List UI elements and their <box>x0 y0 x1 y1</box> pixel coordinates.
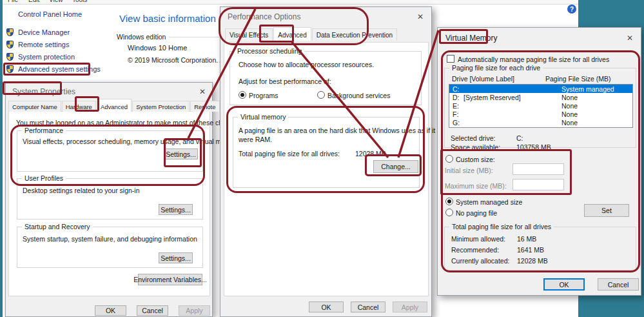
system-managed-radio[interactable] <box>445 198 453 205</box>
menu-file[interactable]: File <box>8 0 18 3</box>
drive-column-header: Drive [Volume Label] <box>452 75 514 83</box>
programs-radio-label: Programs <box>249 92 278 99</box>
drive-row[interactable]: C:System managed <box>449 85 632 93</box>
drive-cell: C: <box>449 85 463 93</box>
virtual-memory-group: Virtual memory A paging file is an area … <box>233 117 420 188</box>
po-apply-button[interactable]: Apply <box>393 302 427 312</box>
tab-remote[interactable]: Remote <box>190 101 219 112</box>
sidebar-item-control-panel-home[interactable]: Control Panel Home <box>18 10 82 18</box>
performance-group-label: Performance <box>22 127 66 134</box>
vm-cancel-button[interactable]: Cancel <box>598 278 639 291</box>
virtual-memory-dialog: Virtual Memory ✕ Automatically manage pa… <box>437 27 641 296</box>
drive-row[interactable]: E:None <box>449 101 632 110</box>
uac-shield-icon <box>6 53 14 61</box>
tab-visual-effects[interactable]: Visual Effects <box>225 28 273 41</box>
menu-view[interactable]: View <box>49 0 63 3</box>
po-tab-strip: Visual Effects Advanced Data Execution P… <box>225 27 398 41</box>
sp-ok-button[interactable]: OK <box>95 305 126 316</box>
processor-scheduling-label: Processor scheduling <box>235 47 304 55</box>
drive-cell: G: <box>449 119 463 127</box>
drive-row[interactable]: F:None <box>449 110 632 118</box>
drive-row[interactable]: G:None <box>449 118 632 127</box>
sp-cancel-button[interactable]: Cancel <box>137 305 168 316</box>
tab-computer-name[interactable]: Computer Name <box>8 101 61 112</box>
auto-manage-checkbox[interactable] <box>447 55 454 63</box>
tab-data-execution-prevention[interactable]: Data Execution Prevention <box>312 28 397 41</box>
performance-desc: Visual effects, processor scheduling, me… <box>23 138 240 145</box>
drive-cell: D: <box>449 94 463 101</box>
tab-hardware[interactable]: Hardware <box>62 101 96 112</box>
total-paging-label: Total paging file size for all drives: <box>239 150 340 158</box>
minimum-allowed-label: Minimum allowed: <box>451 235 505 243</box>
initial-size-input[interactable] <box>512 163 564 175</box>
sp-tab-strip: Computer Name Hardware Advanced System P… <box>8 99 220 112</box>
initial-size-label: Initial size (MB): <box>445 167 493 174</box>
virtual-memory-group-label: Virtual memory <box>238 113 288 121</box>
close-icon[interactable]: ✕ <box>627 34 633 43</box>
drive-cell: None <box>561 119 632 127</box>
maximum-size-input[interactable] <box>512 179 564 190</box>
sidebar-item-system-protection[interactable]: System protection <box>18 53 75 61</box>
user-profiles-group-label: User Profiles <box>22 174 66 182</box>
paging-desc-line2: were RAM. <box>239 136 272 143</box>
dialog-title: Performance Options <box>228 12 300 21</box>
custom-size-radio[interactable] <box>445 155 453 163</box>
user-profiles-desc: Desktop settings related to your sign-in <box>23 187 140 194</box>
uac-shield-icon <box>6 65 14 73</box>
drive-cell: [System Reserved] <box>463 94 561 101</box>
currently-allocated-label: Currently allocated: <box>451 257 509 265</box>
menu-edit[interactable]: Edit <box>28 0 39 3</box>
startup-recovery-desc: System startup, system failure, and debu… <box>23 235 197 243</box>
performance-settings-button[interactable]: Settings... <box>164 148 198 159</box>
close-icon[interactable]: ✕ <box>199 87 206 96</box>
sidebar-item-device-manager[interactable]: Device Manager <box>18 28 70 36</box>
drive-cell: None <box>561 102 632 110</box>
uac-shield-icon <box>6 41 14 48</box>
windows-edition-label: Windows edition <box>117 33 166 41</box>
space-available-label: Space available: <box>451 143 500 151</box>
admin-note: You must be logged on as an Administrato… <box>16 119 243 127</box>
menu-tools[interactable]: Tools <box>72 0 87 3</box>
change-button[interactable]: Change... <box>373 160 418 173</box>
po-cancel-button[interactable]: Cancel <box>351 302 385 312</box>
sp-apply-button[interactable]: Apply <box>179 305 210 316</box>
no-paging-file-radio[interactable] <box>445 209 453 216</box>
close-icon[interactable]: ✕ <box>417 12 424 21</box>
tab-system-protection[interactable]: System Protection <box>132 101 190 112</box>
system-properties-dialog: System Properties ✕ Computer Name Hardwa… <box>5 82 213 317</box>
custom-size-label: Custom size: <box>456 156 495 163</box>
user-profiles-settings-button[interactable]: Settings... <box>159 204 193 215</box>
total-paging-group-label: Total paging file size for all drives <box>449 223 554 230</box>
selected-drive-label: Selected drive: <box>451 134 495 142</box>
processor-scheduling-group: Processor scheduling Choose how to alloc… <box>229 51 422 105</box>
maximum-size-label: Maximum size (MB): <box>445 182 507 190</box>
environment-variables-button[interactable]: Environment Variables... <box>138 274 202 285</box>
sidebar-item-advanced-system-settings[interactable]: Advanced system settings <box>18 65 101 73</box>
drive-cell: None <box>561 110 632 118</box>
tab-advanced[interactable]: Advanced <box>97 99 132 112</box>
screen: File Edit View Tools Control Panel Home … <box>0 0 644 317</box>
background-services-radio[interactable] <box>317 91 325 99</box>
system-managed-label: System managed size <box>456 198 522 206</box>
space-available-value: 103758 MB <box>516 143 551 151</box>
paging-file-group-label: Paging file size for each drive <box>449 64 543 72</box>
menu-bar: File Edit View Tools <box>3 0 578 5</box>
drive-cell: None <box>561 94 632 101</box>
size-column-header: Paging File Size (MB) <box>545 75 611 83</box>
adjust-label: Adjust for best performance of: <box>239 77 331 85</box>
startup-recovery-group-label: Startup and Recovery <box>22 223 93 230</box>
programs-radio[interactable] <box>239 91 246 99</box>
startup-recovery-settings-button[interactable]: Settings... <box>159 252 193 263</box>
set-button[interactable]: Set <box>584 204 629 217</box>
vm-ok-button[interactable]: OK <box>543 278 585 291</box>
selected-drive-value: C: <box>516 134 523 142</box>
drive-cell: E: <box>449 102 463 110</box>
sidebar-item-remote-settings[interactable]: Remote settings <box>18 41 69 48</box>
po-ok-button[interactable]: OK <box>309 302 344 312</box>
performance-options-dialog: Performance Options ✕ Visual Effects Adv… <box>220 6 432 317</box>
total-paging-group: Total paging file size for all drives Mi… <box>444 227 636 271</box>
tab-advanced[interactable]: Advanced <box>273 27 311 41</box>
copyright-text: © 2019 Microsoft Corporation. All <box>128 56 227 64</box>
help-icon[interactable]: ? <box>567 5 576 14</box>
drive-row[interactable]: D:[System Reserved]None <box>449 93 632 101</box>
